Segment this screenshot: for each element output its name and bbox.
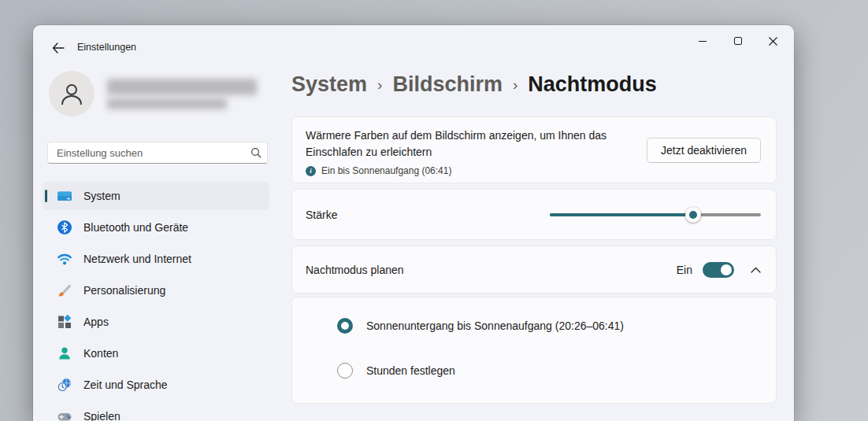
sidebar-item-label: Zeit und Sprache <box>83 379 168 391</box>
breadcrumb-system[interactable]: System <box>291 72 367 97</box>
avatar[interactable] <box>49 71 95 116</box>
maximize-button[interactable] <box>720 28 755 54</box>
settings-window: Einstellungen SystemBluetooth und Geräte… <box>33 25 794 421</box>
sidebar-item-label: System <box>83 190 121 202</box>
sidebar-item-label: Spielen <box>83 410 121 421</box>
user-name-redacted <box>107 79 257 95</box>
window-title: Einstellungen <box>77 42 136 53</box>
night-light-description: Wärmere Farben auf dem Bildschirm anzeig… <box>306 127 660 161</box>
night-light-status: Ein bis Sonnenaufgang (06:41) <box>321 165 451 176</box>
person-icon <box>58 80 85 107</box>
schedule-option-sonnenuntergang-bis-sonnenaufg[interactable]: Sonnenuntergang bis Sonnenaufgang (20:26… <box>337 318 624 334</box>
sidebar-item-label: Netzwerk und Internet <box>83 253 191 265</box>
bluetooth-icon <box>57 220 72 235</box>
schedule-option-label: Sonnenuntergang bis Sonnenaufgang (20:26… <box>366 319 624 332</box>
schedule-label: Nachtmodus planen <box>306 264 404 276</box>
sidebar-nav: SystemBluetooth und GeräteNetzwerk und I… <box>43 182 269 421</box>
search-icon[interactable] <box>245 147 267 158</box>
breadcrumb-separator: › <box>377 76 382 94</box>
window-controls <box>684 28 791 54</box>
system-icon <box>57 188 72 204</box>
schedule-card[interactable]: Nachtmodus planen Ein <box>291 246 777 294</box>
schedule-options-card: Sonnenuntergang bis Sonnenaufgang (20:26… <box>291 297 777 404</box>
chevron-up-icon[interactable] <box>746 260 765 279</box>
breadcrumb-separator: › <box>513 76 517 94</box>
schedule-option-label: Stunden festlegen <box>366 364 455 377</box>
maximize-icon <box>734 37 742 45</box>
sidebar-item-personalisierung[interactable]: Personalisierung <box>43 276 269 305</box>
radio-selected-icon[interactable] <box>337 318 353 334</box>
breadcrumb: System › Bildschirm › Nachtmodus <box>291 72 657 97</box>
toggle-knob <box>721 264 732 275</box>
selected-indicator <box>45 190 47 202</box>
radio-unselected-icon[interactable] <box>337 363 353 379</box>
sidebar-item-zeit-und-sprache[interactable]: Zeit und Sprache <box>43 371 269 399</box>
user-email-redacted <box>107 98 227 109</box>
settings-search <box>47 142 268 164</box>
search-input[interactable] <box>48 147 245 159</box>
strength-card: Stärke <box>291 189 777 240</box>
sidebar-item-label: Personalisierung <box>83 284 165 297</box>
sidebar-item-konten[interactable]: Konten <box>43 339 269 367</box>
sidebar-item-netzwerk-und-internet[interactable]: Netzwerk und Internet <box>43 245 269 273</box>
accounts-icon <box>57 345 72 361</box>
schedule-controls: Ein <box>677 260 765 279</box>
strength-label: Stärke <box>306 209 337 221</box>
sidebar-item-bluetooth-und-geraete[interactable]: Bluetooth und Geräte <box>43 213 269 242</box>
personalization-icon <box>57 283 72 298</box>
sidebar-item-label: Konten <box>83 347 118 360</box>
info-icon: i <box>306 166 316 176</box>
slider-thumb[interactable] <box>685 207 701 223</box>
time-language-icon <box>57 377 72 393</box>
schedule-option-stunden-festlegen[interactable]: Stunden festlegen <box>337 363 455 379</box>
gaming-icon <box>57 408 72 421</box>
breadcrumb-bildschirm[interactable]: Bildschirm <box>392 72 503 97</box>
toggle-state-label: Ein <box>677 264 692 276</box>
sidebar-item-label: Apps <box>83 316 109 328</box>
schedule-toggle[interactable] <box>703 262 734 278</box>
strength-slider[interactable] <box>550 207 761 223</box>
slider-fill <box>550 213 693 216</box>
close-icon <box>769 37 777 46</box>
sidebar-item-spielen[interactable]: Spielen <box>43 402 269 421</box>
disable-now-button[interactable]: Jetzt deaktivieren <box>647 138 761 163</box>
sidebar-item-label: Bluetooth und Geräte <box>83 221 188 234</box>
page-title: Nachtmodus <box>528 72 657 97</box>
network-icon <box>57 251 72 267</box>
night-light-card: Wärmere Farben auf dem Bildschirm anzeig… <box>291 116 777 183</box>
close-button[interactable] <box>755 28 791 54</box>
night-light-status-row: i Ein bis Sonnenaufgang (06:41) <box>306 165 451 176</box>
back-button[interactable] <box>49 39 68 57</box>
minimize-button[interactable] <box>684 28 720 54</box>
apps-icon <box>57 314 72 330</box>
sidebar-item-system[interactable]: System <box>43 182 269 210</box>
minimize-icon <box>699 41 707 42</box>
sidebar-item-apps[interactable]: Apps <box>43 308 269 336</box>
back-arrow-icon <box>52 42 65 54</box>
